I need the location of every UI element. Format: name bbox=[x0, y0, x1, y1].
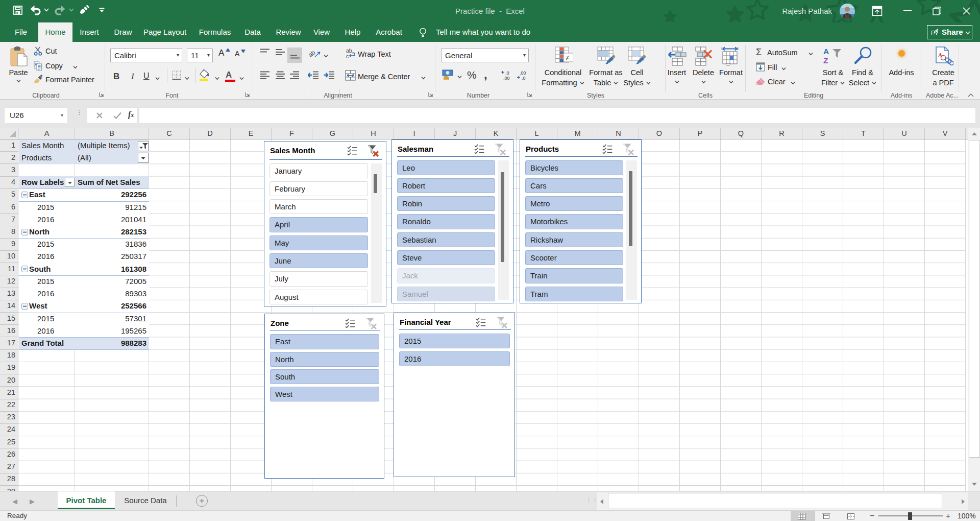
svg-text:.00: .00 bbox=[503, 76, 510, 80]
svg-text:A: A bbox=[823, 47, 829, 56]
svg-text:≠: ≠ bbox=[566, 54, 570, 62]
svg-text:.00: .00 bbox=[520, 70, 526, 76]
svg-text:.0: .0 bbox=[505, 70, 509, 76]
svg-text:ab: ab bbox=[309, 49, 317, 58]
svg-text:Z: Z bbox=[823, 56, 828, 65]
svg-text:A: A bbox=[938, 52, 942, 58]
svg-text:.0: .0 bbox=[522, 76, 526, 80]
svg-text:c: c bbox=[346, 53, 349, 59]
